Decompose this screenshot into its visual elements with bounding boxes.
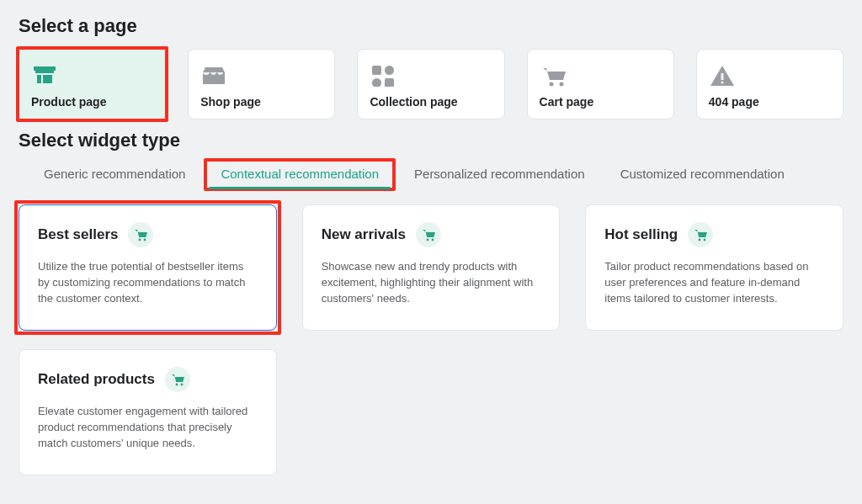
widget-title-row: Best sellers (38, 222, 258, 247)
shop-icon (200, 61, 322, 88)
page-card-label: Product page (31, 95, 153, 109)
tab-label: Generic recommendation (44, 167, 185, 181)
widget-title-row: Related products (38, 367, 258, 392)
widget-grid: Best sellersUtilize the true potential o… (19, 204, 843, 475)
cart-icon (688, 222, 713, 247)
page-card-404[interactable]: 404 page (696, 49, 843, 119)
tab-personalized[interactable]: Personalized recommendation (402, 162, 597, 189)
widget-type-tabs: Generic recommendationContextual recomme… (19, 162, 843, 189)
tab-label: Contextual recommendation (221, 167, 379, 181)
widget-title-row: Hot selling (604, 222, 824, 247)
cart-icon (416, 222, 441, 247)
tab-customized[interactable]: Customized recommendation (609, 162, 796, 189)
page-row: Product pageShop pageCollection pageCart… (19, 49, 843, 119)
widget-description: Elevate customer engagement with tailore… (38, 404, 258, 452)
cart-icon (165, 367, 190, 392)
cart-icon (540, 61, 662, 88)
widget-title: New arrivals (322, 226, 406, 243)
widget-card-hot-selling[interactable]: Hot sellingTailor product recommendation… (585, 204, 843, 331)
widget-card-new-arrivals[interactable]: New arrivalsShowcase new and trendy prod… (302, 204, 561, 331)
widget-description: Tailor product recommendations based on … (604, 259, 824, 307)
page-card-collection[interactable]: Collection page (357, 49, 504, 119)
widget-card-related-products[interactable]: Related productsElevate customer engagem… (19, 349, 277, 475)
tab-label: Personalized recommendation (414, 167, 585, 181)
grid-icon (370, 61, 492, 88)
select-page-heading: Select a page (19, 15, 843, 37)
page-card-label: Collection page (370, 95, 492, 109)
select-widget-heading: Select widget type (19, 130, 843, 151)
storefront-icon (31, 61, 153, 88)
page-card-product[interactable]: Product page (19, 49, 166, 119)
tab-contextual[interactable]: Contextual recommendation (209, 162, 391, 189)
widget-card-best-sellers[interactable]: Best sellersUtilize the true potential o… (19, 204, 277, 331)
page-card-label: 404 page (709, 95, 831, 109)
widget-description: Utilize the true potential of bestseller… (38, 259, 258, 307)
tab-generic[interactable]: Generic recommendation (32, 162, 197, 189)
widget-title: Best sellers (38, 226, 118, 243)
tab-label: Customized recommendation (620, 167, 785, 181)
warning-icon (709, 61, 831, 88)
page-card-cart[interactable]: Cart page (527, 49, 674, 119)
page-card-shop[interactable]: Shop page (188, 49, 335, 119)
widget-description: Showcase new and trendy products with ex… (322, 259, 541, 307)
page-card-label: Cart page (540, 95, 662, 109)
widget-title-row: New arrivals (322, 222, 541, 247)
page-card-label: Shop page (200, 95, 322, 109)
cart-icon (128, 222, 153, 247)
widget-title: Related products (38, 371, 155, 388)
widget-title: Hot selling (604, 226, 678, 243)
